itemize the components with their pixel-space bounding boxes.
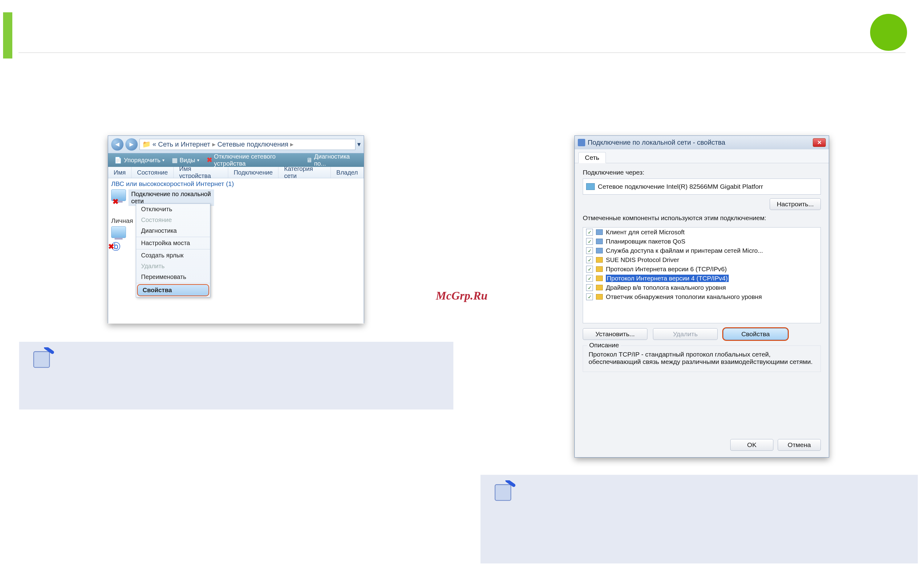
protocol-icon [596, 257, 603, 263]
back-button[interactable]: ◄ [111, 138, 124, 150]
col-category[interactable]: Категория сети [279, 167, 331, 178]
svg-rect-2 [495, 484, 511, 500]
components-label: Отмеченные компоненты используются этим … [583, 214, 821, 222]
dropdown-icon[interactable]: ▾ [357, 140, 361, 148]
error-x-icon: ✖ [112, 197, 119, 206]
ctx-properties[interactable]: Свойства [137, 284, 209, 296]
group-header: ЛВС или высокоскоростной Интернет (1) [108, 178, 364, 190]
ctx-bridge[interactable]: Настройка моста [136, 238, 210, 249]
component-buttons: Установить... Удалить Свойства [583, 328, 821, 340]
service-icon [596, 239, 603, 244]
components-list[interactable]: ✓Клиент для сетей Microsoft ✓Планировщик… [583, 227, 821, 323]
accent-circle [870, 14, 907, 51]
col-name[interactable]: Имя [108, 167, 132, 178]
crumb-2[interactable]: Сетевые подключения [218, 140, 289, 148]
ctx-status: Состояние [136, 214, 210, 226]
install-button[interactable]: Установить... [583, 328, 647, 340]
dialog-title: Подключение по локальной сети - свойства [587, 138, 725, 147]
tab-strip: Сеть [575, 149, 829, 163]
nav-bar: ◄ ► 📁 « Сеть и Интернет ▸ Сетевые подклю… [108, 136, 364, 153]
description-text: Протокол TCP/IP - стандартный протокол г… [589, 351, 815, 366]
component-row-selected[interactable]: ✓Протокол Интернета версии 4 (TCP/IPv4) [583, 274, 820, 283]
ctx-delete: Удалить [136, 261, 210, 272]
uninstall-button: Удалить [653, 328, 718, 340]
svg-rect-0 [33, 352, 49, 367]
error-x-icon-2: ✖ [108, 242, 114, 251]
checkbox-icon[interactable]: ✓ [586, 247, 593, 254]
note-box-1 [19, 342, 454, 410]
watermark: McGrp.Ru [436, 289, 488, 302]
protocol-icon [596, 294, 603, 300]
connect-using-label: Подключение через: [583, 169, 821, 176]
component-row[interactable]: ✓Клиент для сетей Microsoft [583, 227, 820, 237]
ctx-diagnose[interactable]: Диагностика [136, 226, 210, 236]
col-connectivity[interactable]: Подключение [228, 167, 279, 178]
protocol-icon [596, 285, 603, 290]
checkbox-icon[interactable]: ✓ [586, 275, 593, 282]
accent-bar [3, 12, 12, 58]
explorer-body: ЛВС или высокоскоростной Интернет (1) ✖ … [108, 178, 364, 324]
col-owner[interactable]: Владел [331, 167, 364, 178]
col-status[interactable]: Состояние [132, 167, 174, 178]
checkbox-icon[interactable]: ✓ [586, 284, 593, 291]
dialog-titlebar: Подключение по локальной сети - свойства… [575, 136, 829, 149]
component-row[interactable]: ✓Служба доступа к файлам и принтерам сет… [583, 246, 820, 255]
cancel-button[interactable]: Отмена [778, 439, 821, 451]
checkbox-icon[interactable]: ✓ [586, 229, 593, 236]
checkbox-icon[interactable]: ✓ [586, 238, 593, 245]
crumb-prefix: « [152, 140, 156, 148]
ctx-disable[interactable]: Отключить [136, 204, 210, 214]
properties-button[interactable]: Свойства [723, 328, 788, 340]
protocol-icon [596, 275, 603, 281]
checkbox-icon[interactable]: ✓ [586, 293, 593, 300]
ctx-rename[interactable]: Переименовать [136, 272, 210, 282]
note-box-2 [480, 475, 918, 564]
component-row[interactable]: ✓Протокол Интернета версии 6 (TCP/IPv6) [583, 264, 820, 274]
client-icon [596, 229, 603, 235]
col-device[interactable]: Имя устройства [174, 167, 228, 178]
ctx-sep-2 [136, 249, 210, 249]
ctx-sep-1 [136, 237, 210, 237]
note-icon [31, 347, 56, 369]
monitor-icon [111, 226, 126, 238]
description-legend: Описание [587, 341, 621, 349]
protocol-icon [596, 266, 603, 272]
component-row[interactable]: ✓Ответчик обнаружения топологии канально… [583, 292, 820, 302]
adapter-name: Сетевое подключение Intel(R) 82566MM Gig… [598, 183, 763, 190]
dialog-body: Подключение через: Сетевое подключение I… [575, 163, 829, 456]
service-icon [596, 248, 603, 254]
checkbox-icon[interactable]: ✓ [586, 257, 593, 263]
ctx-shortcut[interactable]: Создать ярлык [136, 250, 210, 261]
ok-button[interactable]: OK [730, 439, 773, 451]
description-group: Описание Протокол TCP/IP - стандартный п… [583, 346, 821, 372]
checkbox-icon[interactable]: ✓ [586, 266, 593, 272]
forward-button[interactable]: ► [125, 138, 138, 150]
organize-button[interactable]: 📄Упорядочить▾ [111, 155, 168, 165]
crumb-sep-2: ▸ [290, 140, 294, 148]
nic-icon [586, 183, 595, 190]
properties-dialog: Подключение по локальной сети - свойства… [574, 135, 829, 458]
adapter-field: Сетевое подключение Intel(R) 82566MM Gig… [583, 179, 821, 194]
explorer-toolbar: 📄Упорядочить▾ ▦Виды▾ ✖Отключение сетевог… [108, 153, 364, 167]
component-row[interactable]: ✓Драйвер в/в тополога канального уровня [583, 283, 820, 292]
explorer-window: ◄ ► 📁 « Сеть и Интернет ▸ Сетевые подклю… [108, 135, 364, 323]
note-icon [493, 480, 517, 502]
component-row[interactable]: ✓Планировщик пакетов QoS [583, 237, 820, 246]
views-button[interactable]: ▦Виды▾ [169, 155, 202, 165]
component-row[interactable]: ✓SUE NDIS Protocol Driver [583, 255, 820, 264]
tab-network[interactable]: Сеть [578, 152, 606, 163]
close-button[interactable]: ✕ [813, 138, 826, 147]
address-bar[interactable]: 📁 « Сеть и Интернет ▸ Сетевые подключени… [140, 139, 355, 150]
top-rule [18, 52, 906, 53]
crumb-sep: ▸ [212, 140, 216, 148]
dialog-icon [578, 139, 585, 146]
page: McGrp.Ru ◄ ► 📁 « Сеть и Интернет ▸ Сетев… [0, 0, 924, 585]
column-headers: Имя Состояние Имя устройства Подключение… [108, 167, 364, 178]
dialog-buttons: OK Отмена [583, 433, 821, 451]
crumb-1[interactable]: Сеть и Интернет [158, 140, 210, 148]
configure-button[interactable]: Настроить... [770, 198, 821, 210]
context-menu: Отключить Состояние Диагностика Настройк… [136, 204, 210, 297]
folder-icon: 📁 [142, 140, 151, 148]
